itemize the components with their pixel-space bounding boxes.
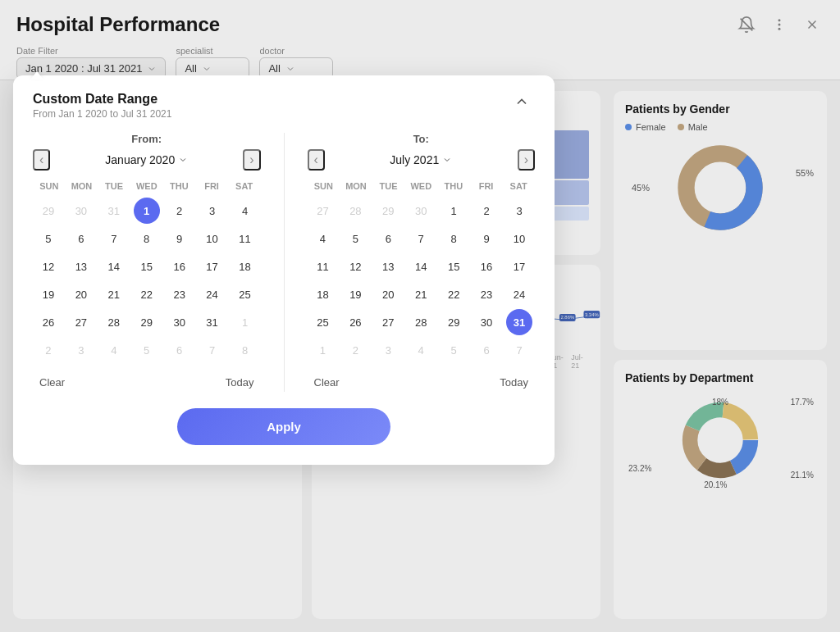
from-day[interactable]: 2 <box>167 198 193 224</box>
to-day[interactable]: 12 <box>342 253 368 280</box>
to-day[interactable]: 18 <box>309 281 336 307</box>
from-day[interactable]: 21 <box>101 281 127 307</box>
from-day[interactable]: 26 <box>35 309 62 335</box>
to-day[interactable]: 7 <box>408 225 434 252</box>
from-day[interactable]: 30 <box>167 309 193 335</box>
from-day[interactable]: 19 <box>35 281 62 307</box>
to-day[interactable]: 3 <box>506 198 532 224</box>
to-day[interactable]: 5 <box>342 225 368 252</box>
modal-subtitle: From Jan 1 2020 to Jul 31 2021 <box>33 108 171 120</box>
from-next-button[interactable]: › <box>243 149 260 171</box>
from-day[interactable]: 8 <box>134 225 160 252</box>
to-day[interactable]: 9 <box>473 225 500 252</box>
from-day[interactable]: 13 <box>68 253 94 280</box>
from-day[interactable]: 12 <box>35 253 62 280</box>
modal-header: Custom Date Range From Jan 1 2020 to Jul… <box>33 92 535 120</box>
to-day[interactable]: 4 <box>309 225 336 252</box>
to-day[interactable]: 3 <box>375 337 401 363</box>
to-day[interactable]: 21 <box>408 281 434 307</box>
from-day[interactable]: 23 <box>167 281 193 307</box>
from-day[interactable]: 2 <box>35 337 62 363</box>
to-day[interactable]: 5 <box>441 337 467 363</box>
from-day[interactable]: 29 <box>134 309 160 335</box>
to-day[interactable]: 11 <box>309 253 336 280</box>
from-day[interactable]: 11 <box>232 225 258 252</box>
from-day[interactable]: 29 <box>35 198 62 224</box>
to-day[interactable]: 29 <box>375 198 401 224</box>
from-day[interactable]: 3 <box>68 337 94 363</box>
from-day[interactable]: 5 <box>134 337 160 363</box>
from-day[interactable]: 20 <box>68 281 94 307</box>
to-day[interactable]: 10 <box>506 225 532 252</box>
from-month-title[interactable]: January 2020 <box>105 153 188 166</box>
from-day[interactable]: 1 <box>232 309 258 335</box>
from-day[interactable]: 24 <box>199 281 226 307</box>
to-day[interactable]: 19 <box>342 281 368 307</box>
to-day[interactable]: 2 <box>342 337 368 363</box>
from-day[interactable]: 16 <box>167 253 193 280</box>
to-day[interactable]: 13 <box>375 253 401 280</box>
to-day[interactable]: 25 <box>309 309 336 335</box>
to-day[interactable]: 30 <box>473 309 500 335</box>
modal-title: Custom Date Range <box>33 92 171 107</box>
to-day[interactable]: 29 <box>441 309 467 335</box>
from-day[interactable]: 4 <box>232 198 258 224</box>
from-day[interactable]: 30 <box>68 198 94 224</box>
from-prev-button[interactable]: ‹ <box>33 149 50 171</box>
to-day[interactable]: 7 <box>506 337 532 363</box>
from-day[interactable]: 6 <box>167 337 193 363</box>
from-today-button[interactable]: Today <box>219 373 261 392</box>
to-day[interactable]: 26 <box>342 309 368 335</box>
apply-button[interactable]: Apply <box>177 408 390 445</box>
from-day[interactable]: 15 <box>134 253 160 280</box>
from-day[interactable]: 22 <box>134 281 160 307</box>
from-day[interactable]: 17 <box>199 253 226 280</box>
from-clear-button[interactable]: Clear <box>33 373 71 392</box>
to-day[interactable]: 6 <box>473 337 500 363</box>
from-day[interactable]: 7 <box>199 337 226 363</box>
to-day-selected[interactable]: 31 <box>506 309 532 335</box>
to-day[interactable]: 1 <box>441 198 467 224</box>
from-day[interactable]: 3 <box>199 198 226 224</box>
to-day[interactable]: 30 <box>408 198 434 224</box>
from-day[interactable]: 28 <box>101 309 127 335</box>
to-day[interactable]: 28 <box>342 198 368 224</box>
to-day[interactable]: 14 <box>408 253 434 280</box>
to-day[interactable]: 16 <box>473 253 500 280</box>
from-day-selected[interactable]: 1 <box>134 198 160 224</box>
to-day[interactable]: 23 <box>473 281 500 307</box>
to-day[interactable]: 4 <box>408 337 434 363</box>
from-day[interactable]: 6 <box>68 225 94 252</box>
to-day[interactable]: 6 <box>375 225 401 252</box>
to-day[interactable]: 24 <box>506 281 532 307</box>
modal-collapse-button[interactable] <box>509 92 535 116</box>
from-day[interactable]: 9 <box>167 225 193 252</box>
from-day[interactable]: 4 <box>101 337 127 363</box>
from-day[interactable]: 18 <box>232 253 258 280</box>
to-month-title[interactable]: July 2021 <box>390 153 452 166</box>
to-day[interactable]: 27 <box>309 198 336 224</box>
to-day[interactable]: 22 <box>441 281 467 307</box>
to-day[interactable]: 8 <box>441 225 467 252</box>
to-calendar: To: ‹ July 2021 › SUN MON TUE WED <box>308 133 536 392</box>
to-clear-button[interactable]: Clear <box>308 373 346 392</box>
to-day[interactable]: 2 <box>473 198 500 224</box>
from-day[interactable]: 27 <box>68 309 94 335</box>
to-prev-button[interactable]: ‹ <box>308 149 325 171</box>
from-day[interactable]: 7 <box>101 225 127 252</box>
to-today-button[interactable]: Today <box>493 373 535 392</box>
to-day[interactable]: 17 <box>506 253 532 280</box>
to-day[interactable]: 28 <box>408 309 434 335</box>
from-day[interactable]: 31 <box>199 309 226 335</box>
from-day[interactable]: 5 <box>35 225 62 252</box>
from-day[interactable]: 8 <box>232 337 258 363</box>
from-day[interactable]: 14 <box>101 253 127 280</box>
from-day[interactable]: 10 <box>199 225 226 252</box>
from-day[interactable]: 25 <box>232 281 258 307</box>
to-day[interactable]: 20 <box>375 281 401 307</box>
from-day[interactable]: 31 <box>101 198 127 224</box>
to-next-button[interactable]: › <box>518 149 535 171</box>
to-day[interactable]: 15 <box>441 253 467 280</box>
to-day[interactable]: 27 <box>375 309 401 335</box>
to-day[interactable]: 1 <box>309 337 336 363</box>
